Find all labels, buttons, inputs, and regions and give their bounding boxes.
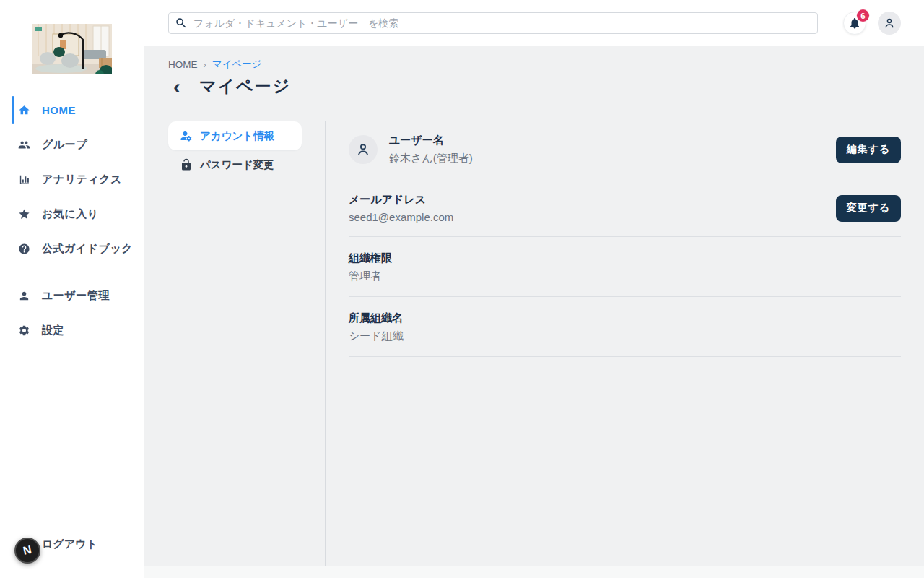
- person-outline-icon: [883, 17, 896, 30]
- notification-count-badge: 6: [856, 9, 870, 22]
- sidebar-item-label: アナリティクス: [42, 173, 122, 186]
- lock-open-icon: [180, 158, 193, 171]
- manage-account-icon: [180, 129, 193, 142]
- sidebar-item-favorites[interactable]: お気に入り: [0, 197, 144, 231]
- app-logo[interactable]: [32, 24, 112, 74]
- active-indicator: [12, 96, 14, 124]
- sidebar-item-analytics[interactable]: アナリティクス: [0, 162, 144, 197]
- chevron-right-icon: ›: [204, 59, 206, 70]
- breadcrumb-home[interactable]: HOME: [168, 59, 198, 70]
- sidebar-item-label: 公式ガイドブック: [42, 242, 133, 256]
- username-row: ユーザー名 鈴木さん(管理者) 編集する: [349, 121, 901, 178]
- home-icon: [18, 104, 30, 116]
- field-label: 所属組織名: [349, 311, 404, 325]
- breadcrumb-current[interactable]: マイページ: [212, 58, 262, 71]
- sidebar: HOME グループ アナリティクス お気に入り: [0, 0, 144, 578]
- global-search-input[interactable]: [168, 12, 818, 34]
- sidebar-nav-main: HOME グループ アナリティクス お気に入り: [0, 92, 144, 266]
- org-name-row: 所属組織名 シード組織: [349, 297, 901, 357]
- settings-tabs: アカウント情報 パスワード変更: [168, 121, 302, 179]
- field-value: 鈴木さん(管理者): [389, 152, 473, 165]
- field-label: ユーザー名: [389, 134, 473, 147]
- sidebar-item-label: 設定: [42, 324, 64, 337]
- gear-icon: [18, 324, 30, 337]
- help-icon: [18, 243, 30, 255]
- search-box: [168, 12, 818, 34]
- person-outline-icon: [355, 142, 371, 158]
- floating-widget-badge[interactable]: N: [14, 538, 40, 564]
- widget-badge-letter: N: [22, 543, 32, 558]
- page-bottom-strip: [144, 566, 924, 578]
- tab-label: アカウント情報: [200, 129, 274, 143]
- analytics-icon: [18, 173, 30, 186]
- sidebar-item-label: お気に入り: [42, 207, 99, 221]
- person-icon: [18, 290, 30, 302]
- account-info-panel: ユーザー名 鈴木さん(管理者) 編集する メールアドレス seed1@examp…: [349, 121, 901, 357]
- tab-label: パスワード変更: [200, 158, 274, 172]
- logout-label: ログアウト: [42, 538, 97, 551]
- field-label: 組織権限: [349, 251, 392, 265]
- tab-password-change[interactable]: パスワード変更: [168, 150, 302, 179]
- sidebar-item-home[interactable]: HOME: [0, 92, 144, 127]
- field-value: シード組織: [349, 329, 404, 343]
- edit-username-button[interactable]: 編集する: [836, 137, 901, 163]
- sidebar-nav-admin: ユーザー管理 設定: [0, 278, 144, 348]
- topbar: 6: [144, 0, 924, 46]
- main-content: HOME › マイページ ‹ マイページ アカウント情報 パスワード変更: [144, 46, 924, 566]
- change-email-button[interactable]: 変更する: [836, 195, 901, 222]
- vertical-divider: [325, 121, 326, 566]
- star-icon: [18, 208, 30, 220]
- field-value: seed1@example.com: [349, 211, 453, 223]
- org-role-row: 組織権限 管理者: [349, 237, 901, 297]
- sidebar-item-guidebook[interactable]: 公式ガイドブック: [0, 231, 144, 266]
- page-title: マイページ: [199, 75, 291, 98]
- sidebar-item-label: グループ: [42, 138, 87, 152]
- office-photo-logo: [32, 24, 112, 74]
- user-avatar-button[interactable]: [878, 12, 901, 35]
- sidebar-item-settings[interactable]: 設定: [0, 313, 144, 348]
- back-button[interactable]: ‹: [170, 77, 183, 97]
- field-value: 管理者: [349, 269, 392, 283]
- notifications-button[interactable]: 6: [843, 12, 866, 35]
- sidebar-item-groups[interactable]: グループ: [0, 127, 144, 162]
- user-row-avatar: [349, 135, 378, 164]
- sidebar-item-label: HOME: [42, 104, 76, 116]
- groups-icon: [18, 139, 30, 151]
- sidebar-item-user-management[interactable]: ユーザー管理: [0, 278, 144, 313]
- title-row: ‹ マイページ: [170, 75, 291, 98]
- tab-account-info[interactable]: アカウント情報: [168, 121, 302, 150]
- sidebar-item-label: ユーザー管理: [42, 289, 110, 303]
- email-row: メールアドレス seed1@example.com 変更する: [349, 178, 901, 237]
- breadcrumb: HOME › マイページ: [168, 58, 262, 71]
- field-label: メールアドレス: [349, 193, 453, 207]
